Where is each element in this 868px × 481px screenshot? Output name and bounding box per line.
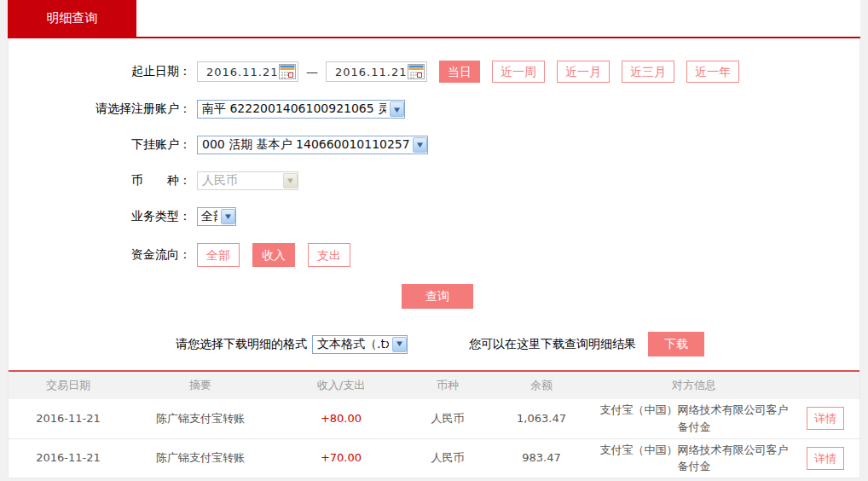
cell-currency: 人民币 [409,399,486,438]
business-type-row: 业务类型： 全部 ▼ [9,207,859,226]
table-row: 2016-11-21 陈广锦支付宝转账 +70.00 人民币 983.47 支付… [9,438,859,478]
header-amount: 收入/支出 [273,372,409,399]
business-type-label: 业务类型： [9,209,191,224]
fund-direction-label: 资金流向： [9,247,191,263]
business-type-value: 全部 [201,209,217,224]
chevron-down-icon: ▼ [283,173,298,188]
quick-range-3months-button[interactable]: 近三月 [622,61,674,83]
sub-account-label: 下挂账户： [9,137,191,153]
fund-direction-row: 资金流向： 全部 收入 支出 [9,243,859,267]
tab-detail-query[interactable]: 明细查询 [8,0,136,37]
content-panel: 起止日期： 2016.11.21 [8,38,860,478]
date-range-label: 起止日期： [9,64,191,79]
direction-expense-button[interactable]: 支出 [308,243,350,267]
header-date: 交易日期 [9,372,128,399]
chevron-down-icon: ▼ [413,137,427,153]
header-action [791,372,859,399]
register-account-row: 请选择注册账户： 南平 6222001406100921065 灵通卡 ▼ [9,100,859,119]
detail-button[interactable]: 详情 [807,407,844,430]
calendar-icon[interactable] [279,64,296,79]
download-format-value: 文本格式（.txt） [317,337,389,352]
cell-balance: 1,063.47 [486,399,597,438]
currency-select: 人民币 ▼ [197,171,298,190]
cell-date: 2016-11-21 [9,399,128,438]
header-currency: 币种 [409,372,486,399]
date-range-row: 起止日期： 2016.11.21 [9,61,859,83]
download-row: 请您选择下载明细的格式 文本格式（.txt） ▼ 您可以在这里下载查询明细结果 … [176,332,859,370]
start-date-input[interactable]: 2016.11.21 [197,61,298,82]
register-account-value: 南平 6222001406100921065 灵通卡 [202,101,386,117]
cell-summary: 陈广锦支付宝转账 [128,399,273,438]
download-hint-text: 您可以在这里下载查询明细结果 [469,337,636,352]
quick-range-week-button[interactable]: 近一周 [492,61,545,83]
sub-account-row: 下挂账户： 000 活期 基本户 1406600101102571848 ▼ [9,136,859,154]
cell-currency: 人民币 [409,438,486,478]
cell-amount: +80.00 [273,399,409,438]
query-button[interactable]: 查询 [402,284,473,309]
end-date-input[interactable]: 2016.11.21 [326,61,427,82]
calendar-icon[interactable] [408,64,425,79]
download-button[interactable]: 下载 [648,332,704,356]
page-frame: 明细查询 起止日期： 2016.11.21 [8,0,860,481]
table-row: 2016-11-21 陈广锦支付宝转账 +80.00 人民币 1,063.47 … [9,399,859,438]
start-date-value: 2016.11.21 [206,66,279,78]
register-account-select[interactable]: 南平 6222001406100921065 灵通卡 ▼ [197,100,405,119]
header-summary: 摘要 [128,372,273,399]
end-date-value: 2016.11.21 [335,66,408,78]
cell-action: 详情 [791,399,859,438]
cell-amount: +70.00 [273,438,409,478]
cell-action: 详情 [791,438,859,478]
download-format-label: 请您选择下载明细的格式 [176,337,307,352]
sub-account-select[interactable]: 000 活期 基本户 1406600101102571848 ▼ [197,136,428,154]
header-counterparty: 对方信息 [597,372,791,399]
detail-button[interactable]: 详情 [807,447,844,470]
query-form: 起止日期： 2016.11.21 [9,38,859,370]
chevron-down-icon: ▼ [221,209,235,224]
cell-counterparty: 支付宝（中国）网络技术有限公司客户备付金 [597,438,791,478]
header-balance: 余额 [486,372,597,399]
download-format-select[interactable]: 文本格式（.txt） ▼ [312,335,408,354]
currency-row: 币 种： 人民币 ▼ [9,171,859,190]
currency-label: 币 种： [9,173,191,188]
table-header-row: 交易日期 摘要 收入/支出 币种 余额 对方信息 [9,372,859,399]
register-account-label: 请选择注册账户： [9,101,191,117]
direction-income-button[interactable]: 收入 [252,243,295,267]
direction-all-button[interactable]: 全部 [197,243,240,267]
cell-balance: 983.47 [486,438,597,478]
quick-range-today-button[interactable]: 当日 [439,61,480,83]
cell-counterparty: 支付宝（中国）网络技术有限公司客户备付金 [597,399,791,438]
date-range-separator: — [306,65,318,78]
results-table: 交易日期 摘要 收入/支出 币种 余额 对方信息 2016-11-21 陈广锦支… [9,372,859,478]
cell-date: 2016-11-21 [9,438,128,478]
currency-value: 人民币 [202,173,280,188]
tab-bar: 明细查询 [8,0,860,38]
chevron-down-icon: ▼ [392,337,407,352]
chevron-down-icon: ▼ [390,101,404,117]
quick-range-year-button[interactable]: 近一年 [686,61,739,83]
query-button-row: 查询 [402,284,859,309]
sub-account-value: 000 活期 基本户 1406600101102571848 [202,137,409,153]
cell-summary: 陈广锦支付宝转账 [128,438,273,478]
quick-range-month-button[interactable]: 近一月 [557,61,610,83]
business-type-select[interactable]: 全部 ▼ [197,207,236,226]
